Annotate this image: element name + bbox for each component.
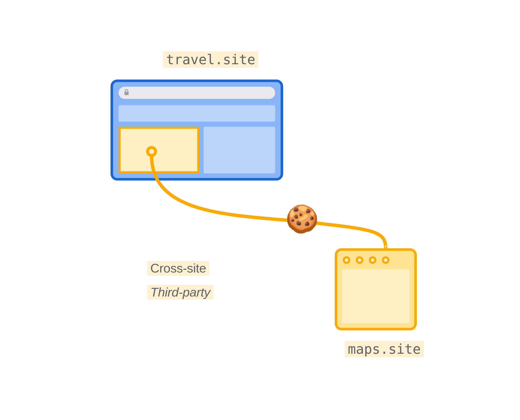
cookie-icon: 🍪 <box>285 205 319 232</box>
browser-content-panel <box>204 127 275 173</box>
window-dot <box>369 256 376 264</box>
window-dot <box>382 256 390 264</box>
third-party-server-window <box>335 248 417 330</box>
svg-rect-0 <box>124 92 129 95</box>
window-control-dots <box>343 256 390 264</box>
cookie-request-arrow <box>0 0 520 420</box>
browser-header-block <box>119 105 275 122</box>
cross-site-label: Cross-site <box>147 261 209 276</box>
third-party-server-body <box>342 269 410 323</box>
window-dot <box>343 256 350 264</box>
diagram-canvas: travel.site Cross-site Third-party maps.… <box>0 0 520 420</box>
third-party-site-label: maps.site <box>345 341 424 357</box>
first-party-browser-window <box>111 80 283 180</box>
first-party-site-label: travel.site <box>163 51 258 68</box>
lock-icon <box>124 89 129 96</box>
browser-url-bar <box>119 87 275 99</box>
third-party-embed-frame <box>119 127 199 173</box>
window-dot <box>356 256 363 264</box>
third-party-label: Third-party <box>147 285 213 300</box>
